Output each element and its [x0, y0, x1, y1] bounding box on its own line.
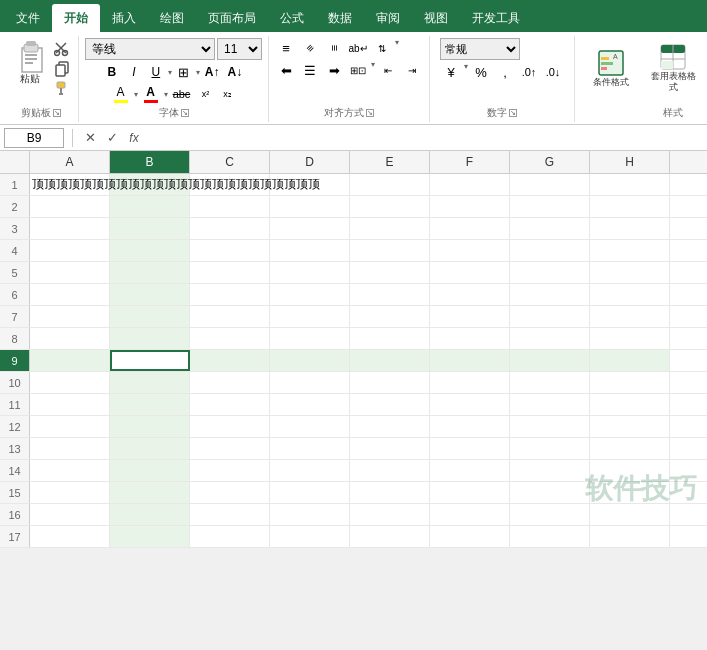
row-number[interactable]: 14: [0, 460, 30, 481]
cell-e15[interactable]: [350, 482, 430, 503]
percent-button[interactable]: %: [470, 62, 492, 82]
row-number[interactable]: 11: [0, 394, 30, 415]
cell-e13[interactable]: [350, 438, 430, 459]
cell-g1[interactable]: [510, 174, 590, 195]
cell-d11[interactable]: [270, 394, 350, 415]
cell-e11[interactable]: [350, 394, 430, 415]
cell-g11[interactable]: [510, 394, 590, 415]
cell-c3[interactable]: [190, 218, 270, 239]
font-name-select[interactable]: 等线 宋体 微软雅黑 Arial: [85, 38, 215, 60]
number-expand[interactable]: ↘: [509, 109, 517, 117]
cell-c16[interactable]: [190, 504, 270, 525]
cell-c14[interactable]: [190, 460, 270, 481]
col-header-a[interactable]: A: [30, 151, 110, 173]
cell-h13[interactable]: [590, 438, 670, 459]
formula-input[interactable]: [147, 128, 703, 148]
cell-g4[interactable]: [510, 240, 590, 261]
cell-f17[interactable]: [430, 526, 510, 547]
row-number[interactable]: 4: [0, 240, 30, 261]
cell-h10[interactable]: [590, 372, 670, 393]
cell-e5[interactable]: [350, 262, 430, 283]
cell-b2[interactable]: [110, 196, 190, 217]
cell-e1[interactable]: [350, 174, 430, 195]
cell-b14[interactable]: [110, 460, 190, 481]
cell-g14[interactable]: [510, 460, 590, 481]
col-header-f[interactable]: F: [430, 151, 510, 173]
cell-f7[interactable]: [430, 306, 510, 327]
align-top-left-button[interactable]: ≡: [275, 38, 297, 58]
merge-cell-button[interactable]: ⊞⊡: [347, 60, 369, 80]
comma-button[interactable]: ,: [494, 62, 516, 82]
cell-a11[interactable]: [30, 394, 110, 415]
cell-a6[interactable]: [30, 284, 110, 305]
cell-b13[interactable]: [110, 438, 190, 459]
cell-f6[interactable]: [430, 284, 510, 305]
cancel-formula-button[interactable]: ✕: [81, 129, 99, 147]
orientation-button[interactable]: ⇅: [371, 38, 393, 58]
tab-formulas[interactable]: 公式: [268, 4, 316, 32]
cell-d9[interactable]: [270, 350, 350, 371]
cell-c7[interactable]: [190, 306, 270, 327]
font-size-select[interactable]: 11 8 9 10 12 14 16 18 20 24 28 32 36 48 …: [217, 38, 262, 60]
cell-d7[interactable]: [270, 306, 350, 327]
cell-a4[interactable]: [30, 240, 110, 261]
cell-h2[interactable]: [590, 196, 670, 217]
cell-d2[interactable]: [270, 196, 350, 217]
row-number[interactable]: 9: [0, 350, 30, 371]
cell-e2[interactable]: [350, 196, 430, 217]
cell-a2[interactable]: [30, 196, 110, 217]
cell-a14[interactable]: [30, 460, 110, 481]
row-number[interactable]: 16: [0, 504, 30, 525]
alignment-expand[interactable]: ↘: [366, 109, 374, 117]
underline-dropdown[interactable]: ▾: [168, 68, 172, 77]
cell-c9[interactable]: [190, 350, 270, 371]
cell-a12[interactable]: [30, 416, 110, 437]
cell-b17[interactable]: [110, 526, 190, 547]
cell-f4[interactable]: [430, 240, 510, 261]
cell-b12[interactable]: [110, 416, 190, 437]
cell-d13[interactable]: [270, 438, 350, 459]
cell-c6[interactable]: [190, 284, 270, 305]
cell-b8[interactable]: [110, 328, 190, 349]
cell-c13[interactable]: [190, 438, 270, 459]
cell-c8[interactable]: [190, 328, 270, 349]
cell-g8[interactable]: [510, 328, 590, 349]
cell-b16[interactable]: [110, 504, 190, 525]
cell-d5[interactable]: [270, 262, 350, 283]
cell-h16[interactable]: [590, 504, 670, 525]
decrease-decimal-button[interactable]: .0↓: [542, 62, 564, 82]
cell-reference-input[interactable]: [4, 128, 64, 148]
cell-f11[interactable]: [430, 394, 510, 415]
align-top-center-button[interactable]: ≡: [295, 33, 325, 63]
cell-a17[interactable]: [30, 526, 110, 547]
cell-b9[interactable]: [110, 350, 190, 371]
cell-g12[interactable]: [510, 416, 590, 437]
cell-d10[interactable]: [270, 372, 350, 393]
cell-d15[interactable]: [270, 482, 350, 503]
tab-view[interactable]: 视图: [412, 4, 460, 32]
cell-e8[interactable]: [350, 328, 430, 349]
cell-f3[interactable]: [430, 218, 510, 239]
fill-color-dropdown[interactable]: ▾: [134, 90, 138, 99]
row-number[interactable]: 13: [0, 438, 30, 459]
font-color-button[interactable]: A: [140, 84, 162, 104]
cell-f14[interactable]: [430, 460, 510, 481]
align-top-right-button[interactable]: ≡: [324, 37, 344, 59]
cell-f1[interactable]: [430, 174, 510, 195]
cell-a3[interactable]: [30, 218, 110, 239]
cell-d3[interactable]: [270, 218, 350, 239]
tab-developer[interactable]: 开发工具: [460, 4, 532, 32]
tab-insert[interactable]: 插入: [100, 4, 148, 32]
paste-button[interactable]: 粘贴: [10, 38, 50, 88]
cell-b10[interactable]: [110, 372, 190, 393]
cell-g17[interactable]: [510, 526, 590, 547]
cell-h17[interactable]: [590, 526, 670, 547]
tab-file[interactable]: 文件: [4, 4, 52, 32]
cell-b4[interactable]: [110, 240, 190, 261]
superscript-button[interactable]: x²: [195, 84, 215, 104]
increase-decimal-button[interactable]: .0↑: [518, 62, 540, 82]
cell-b6[interactable]: [110, 284, 190, 305]
cell-f9[interactable]: [430, 350, 510, 371]
wrap-text-button[interactable]: ab↵: [347, 38, 369, 58]
cell-f5[interactable]: [430, 262, 510, 283]
